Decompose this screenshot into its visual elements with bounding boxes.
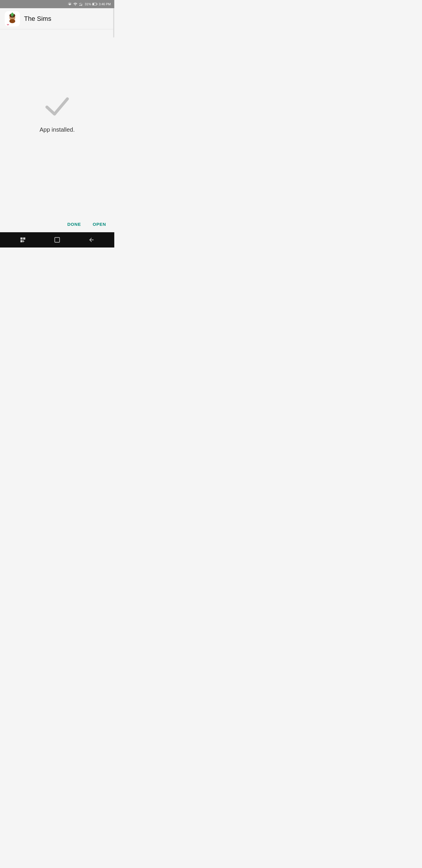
home-button[interactable] <box>54 237 60 243</box>
app-icon: EA <box>5 11 20 26</box>
battery-text: 31% <box>85 2 91 6</box>
status-bar: 31% 3:46 PM <box>0 0 114 8</box>
main-content: App installed. <box>0 29 114 216</box>
done-button[interactable]: DONE <box>66 219 83 229</box>
recent-apps-button[interactable] <box>20 237 26 243</box>
checkmark-icon <box>44 95 70 118</box>
status-time: 3:46 PM <box>99 2 111 6</box>
app-title: The Sims <box>24 15 51 23</box>
svg-rect-11 <box>55 238 60 243</box>
svg-rect-1 <box>97 4 97 5</box>
signal-icon <box>79 2 84 6</box>
open-button[interactable]: OPEN <box>91 219 107 229</box>
checkmark-container <box>44 95 70 119</box>
battery-icon <box>92 2 98 6</box>
app-header: EA The Sims <box>0 8 114 29</box>
wifi-icon <box>73 2 78 6</box>
status-icons: 31% 3:46 PM <box>68 2 111 6</box>
scroll-indicator <box>113 8 114 37</box>
nav-bar <box>0 232 114 248</box>
sims-icon-svg: EA <box>5 12 19 26</box>
svg-point-5 <box>9 19 15 23</box>
installed-message: App installed. <box>39 126 75 133</box>
back-button[interactable] <box>88 237 95 243</box>
svg-rect-2 <box>93 3 94 5</box>
action-bar: DONE OPEN <box>0 216 114 232</box>
svg-text:EA: EA <box>7 24 9 26</box>
alarm-icon <box>68 2 72 6</box>
